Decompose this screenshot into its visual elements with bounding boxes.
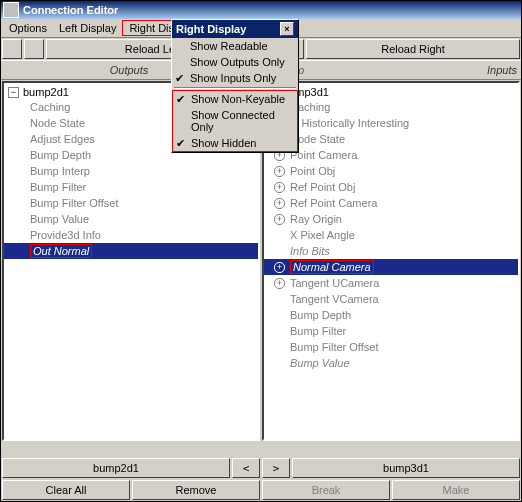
r-item-tangentucamera[interactable]: +Tangent UCamera [264,275,518,291]
left-root-label: bump2d1 [23,86,69,98]
r-item-normalcamera[interactable]: +Normal Camera [264,259,518,275]
clear-all-button[interactable]: Clear All [2,480,130,500]
remove-button[interactable]: Remove [132,480,260,500]
r-label: Point Camera [290,149,357,161]
right-selected-label: Normal Camera [290,260,374,274]
r-item-bumpdepth[interactable]: Bump Depth [264,307,518,323]
collapse-icon[interactable]: − [8,87,19,98]
r-item-bumpfilteroffset[interactable]: Bump Filter Offset [264,339,518,355]
r-item-xpixelangle[interactable]: X Pixel Angle [264,227,518,243]
left-item-bumpvalue[interactable]: Bump Value [4,211,258,227]
check-icon: ✔ [176,137,185,150]
right-display-dropdown: Right Display × Show Readable Show Outpu… [171,19,299,153]
right-root[interactable]: − bump3d1 [264,85,518,99]
check-icon: ✔ [175,72,184,85]
left-tool-1[interactable] [2,39,22,59]
nav-left[interactable]: < [232,458,260,478]
left-item-bumpinterp[interactable]: Bump Interp [4,163,258,179]
action-row: Clear All Remove Break Make [1,479,521,501]
mi-label: Show Non-Keyable [191,93,285,105]
r-label: Ref Point Camera [290,197,377,209]
r-item-refpointobj[interactable]: +Ref Point Obj [264,179,518,195]
close-icon[interactable]: × [280,22,294,36]
r-item-historical[interactable]: Is Historically Interesting [264,115,518,131]
r-item-bumpvalue[interactable]: Bump Value [264,355,518,371]
expand-icon[interactable]: + [274,278,285,289]
mi-show-non-keyable[interactable]: ✔Show Non-Keyable [173,91,297,107]
dropdown-highlight-group: ✔Show Non-Keyable Show Connected Only ✔S… [172,90,298,152]
nav-row: bump2d1 < > bump3d1 [1,457,521,479]
expand-icon[interactable]: + [274,262,285,273]
titlebar[interactable]: Connection Editor [1,1,521,19]
left-item-outnormal[interactable]: Out Normal [4,243,258,259]
r-item-pointcamera[interactable]: +Point Camera [264,147,518,163]
reload-right-button[interactable]: Reload Right [306,39,520,59]
connection-editor-window: Connection Editor Options Left Display R… [0,0,522,502]
dropdown-title-label: Right Display [176,23,246,35]
left-node-name[interactable]: bump2d1 [2,458,230,478]
left-item-provide3dinfo[interactable]: Provide3d Info [4,227,258,243]
mi-show-hidden[interactable]: ✔Show Hidden [173,135,297,151]
r-item-pointobj[interactable]: +Point Obj [264,163,518,179]
r-item-refpointcamera[interactable]: +Ref Point Camera [264,195,518,211]
dropdown-title: Right Display × [172,20,298,38]
expand-icon[interactable]: + [274,182,285,193]
check-icon: ✔ [176,93,185,106]
right-pane[interactable]: − bump3d1 Caching Is Historically Intere… [262,81,520,441]
r-label: Ray Origin [290,213,342,225]
r-item-bumpfilter[interactable]: Bump Filter [264,323,518,339]
left-item-bumpfilter[interactable]: Bump Filter [4,179,258,195]
r-label: Point Obj [290,165,335,177]
dropdown-sep [174,87,296,89]
expand-icon[interactable]: + [274,198,285,209]
r-label: Ref Point Obj [290,181,355,193]
inputs-header: Inputs [487,64,517,76]
left-item-bumpfilteroffset[interactable]: Bump Filter Offset [4,195,258,211]
expand-icon[interactable]: + [274,166,285,177]
mi-label: Show Inputs Only [190,72,276,84]
expand-icon[interactable]: + [274,214,285,225]
left-selected-label: Out Normal [30,244,92,258]
mi-show-inputs-only[interactable]: ✔Show Inputs Only [172,70,298,86]
make-button[interactable]: Make [392,480,520,500]
mi-label: Show Hidden [191,137,256,149]
right-tree: − bump3d1 Caching Is Historically Intere… [264,83,518,373]
menu-options[interactable]: Options [3,21,53,35]
r-item-caching[interactable]: Caching [264,99,518,115]
bottom-bar: bump2d1 < > bump3d1 Clear All Remove Bre… [1,457,521,501]
right-node-name[interactable]: bump3d1 [292,458,520,478]
r-item-tangentvcamera[interactable]: Tangent VCamera [264,291,518,307]
r-item-infobits[interactable]: Info Bits [264,243,518,259]
app-icon [3,2,19,18]
nav-right[interactable]: > [262,458,290,478]
r-item-nodestate[interactable]: Node State [264,131,518,147]
mi-show-outputs-only[interactable]: Show Outputs Only [172,54,298,70]
r-item-rayorigin[interactable]: +Ray Origin [264,211,518,227]
window-title: Connection Editor [23,4,118,16]
break-button[interactable]: Break [262,480,390,500]
left-tool-2[interactable] [24,39,44,59]
mi-show-readable[interactable]: Show Readable [172,38,298,54]
r-label: Tangent UCamera [290,277,379,289]
menu-left-display[interactable]: Left Display [53,21,122,35]
mi-show-connected-only[interactable]: Show Connected Only [173,107,297,135]
